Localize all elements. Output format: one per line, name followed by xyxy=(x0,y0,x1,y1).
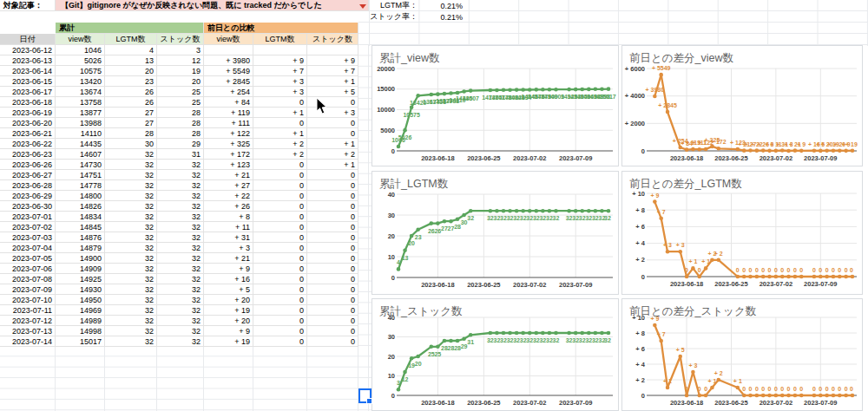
value-cell[interactable]: + 7 xyxy=(307,66,358,76)
value-cell[interactable]: 32 xyxy=(157,160,204,170)
value-cell[interactable]: 32 xyxy=(157,191,204,201)
article-label-cell[interactable]: 対象記事： xyxy=(0,0,56,11)
date-cell[interactable]: 2023-06-22 xyxy=(0,139,56,149)
value-cell[interactable]: 0 xyxy=(307,118,358,128)
value-cell[interactable]: 14969 xyxy=(56,305,105,316)
chart-cumulative-views[interactable]: 200001500010000500002023-06-182023-06-25… xyxy=(372,45,619,166)
date-cell[interactable]: 2023-07-06 xyxy=(0,264,56,274)
date-cell[interactable]: 2023-06-29 xyxy=(0,191,56,201)
date-cell[interactable]: 2023-07-12 xyxy=(0,316,56,326)
value-cell[interactable]: + 84 xyxy=(204,97,253,108)
value-cell[interactable]: 13988 xyxy=(56,118,105,128)
value-cell[interactable]: 0 xyxy=(253,253,307,264)
value-cell[interactable]: 0 xyxy=(307,191,358,201)
sub-header-cell[interactable]: view数 xyxy=(56,34,105,45)
value-cell[interactable]: 14778 xyxy=(56,180,105,191)
value-cell[interactable]: 0 xyxy=(307,212,358,222)
date-cell[interactable]: 2023-07-01 xyxy=(0,212,56,222)
date-cell[interactable]: 2023-07-11 xyxy=(0,305,56,316)
value-cell[interactable]: 15017 xyxy=(56,336,105,347)
value-cell[interactable]: + 16 xyxy=(204,274,253,284)
value-cell[interactable]: 0 xyxy=(253,97,307,108)
date-cell[interactable]: 2023-06-30 xyxy=(0,201,56,212)
date-cell[interactable]: 2023-06-18 xyxy=(0,97,56,108)
date-cell[interactable]: 2023-07-10 xyxy=(0,295,56,305)
date-header-cell[interactable]: 日付 xyxy=(0,34,56,45)
value-cell[interactable]: 32 xyxy=(157,232,204,243)
value-cell[interactable]: 32 xyxy=(105,212,157,222)
value-cell[interactable]: 32 xyxy=(157,336,204,347)
value-cell[interactable]: + 119 xyxy=(204,108,253,118)
value-cell[interactable]: + 5549 xyxy=(204,66,253,76)
value-cell[interactable]: + 21 xyxy=(204,170,253,180)
value-cell[interactable]: + 1 xyxy=(307,160,358,170)
value-cell[interactable]: 0 xyxy=(253,118,307,128)
value-cell[interactable]: 0 xyxy=(253,170,307,180)
chart-cumulative-lgtm[interactable]: 4030201002023-06-182023-06-252023-07-022… xyxy=(372,171,619,295)
date-cell[interactable]: 2023-06-13 xyxy=(0,55,56,66)
value-cell[interactable]: 20 xyxy=(157,76,204,87)
stock-rate-label[interactable]: ストック率： xyxy=(358,11,420,23)
sub-header-cell[interactable]: ストック数 xyxy=(307,34,358,45)
value-cell[interactable]: + 9 xyxy=(204,264,253,274)
value-cell[interactable]: 0 xyxy=(253,326,307,336)
value-cell[interactable]: 28 xyxy=(157,108,204,118)
date-cell[interactable]: 2023-06-19 xyxy=(0,108,56,118)
value-cell[interactable]: 32 xyxy=(157,180,204,191)
value-cell[interactable]: 13 xyxy=(105,55,157,66)
value-cell[interactable]: 32 xyxy=(157,295,204,305)
value-cell[interactable]: + 9 xyxy=(307,55,358,66)
value-cell[interactable]: 27 xyxy=(105,118,157,128)
value-cell[interactable]: 14879 xyxy=(56,243,105,253)
value-cell[interactable]: 14925 xyxy=(56,274,105,284)
value-cell[interactable]: 0 xyxy=(253,212,307,222)
value-cell[interactable]: 27 xyxy=(105,108,157,118)
value-cell[interactable]: 0 xyxy=(307,295,358,305)
value-cell[interactable]: 32 xyxy=(157,326,204,336)
date-cell[interactable]: 2023-07-05 xyxy=(0,253,56,264)
value-cell[interactable]: 32 xyxy=(157,243,204,253)
value-cell[interactable]: 20 xyxy=(105,66,157,76)
value-cell[interactable]: 25 xyxy=(157,97,204,108)
date-cell[interactable]: 2023-07-14 xyxy=(0,336,56,347)
value-cell[interactable]: 0 xyxy=(307,253,358,264)
value-cell[interactable]: + 123 xyxy=(204,160,253,170)
value-cell[interactable] xyxy=(204,45,253,55)
fill-handle[interactable] xyxy=(366,398,372,404)
value-cell[interactable]: 32 xyxy=(105,180,157,191)
value-cell[interactable]: + 111 xyxy=(204,118,253,128)
date-cell[interactable]: 2023-07-04 xyxy=(0,243,56,253)
value-cell[interactable]: 32 xyxy=(105,160,157,170)
value-cell[interactable]: 13758 xyxy=(56,97,105,108)
value-cell[interactable]: 0 xyxy=(253,336,307,347)
lgtm-rate-label[interactable]: LGTM率： xyxy=(358,0,420,11)
value-cell[interactable]: 14751 xyxy=(56,170,105,180)
value-cell[interactable]: 14826 xyxy=(56,201,105,212)
value-cell[interactable]: + 11 xyxy=(204,222,253,232)
band-diff[interactable]: 前日との比較 xyxy=(204,23,358,34)
value-cell[interactable]: + 3 xyxy=(253,87,307,97)
value-cell[interactable]: 26 xyxy=(105,87,157,97)
value-cell[interactable]: 14950 xyxy=(56,295,105,305)
value-cell[interactable]: 32 xyxy=(157,222,204,232)
value-cell[interactable]: 28 xyxy=(105,128,157,139)
value-cell[interactable]: 14989 xyxy=(56,316,105,326)
chart-diff-views[interactable]: + 6000+ 4000+ 200002023-06-182023-06-252… xyxy=(621,45,863,166)
date-cell[interactable]: 2023-06-27 xyxy=(0,170,56,180)
value-cell[interactable]: 0 xyxy=(253,305,307,316)
value-cell[interactable]: 28 xyxy=(157,118,204,128)
value-cell[interactable]: 32 xyxy=(157,201,204,212)
value-cell[interactable]: 0 xyxy=(253,316,307,326)
value-cell[interactable]: 32 xyxy=(105,243,157,253)
article-title-cell[interactable]: 【Git】gitignore がなぜか反映されない問題、既に tracked だ… xyxy=(56,0,369,11)
value-cell[interactable]: + 9 xyxy=(204,326,253,336)
value-cell[interactable]: 0 xyxy=(307,305,358,316)
value-cell[interactable]: 0 xyxy=(307,128,358,139)
chart-diff-lgtm[interactable]: + 10+ 8+ 6+ 4+ 202023-06-182023-06-25202… xyxy=(621,171,863,295)
value-cell[interactable]: 28 xyxy=(157,128,204,139)
chart-diff-stock[interactable]: + 10+ 8+ 6+ 4+ 202023-06-182023-06-25202… xyxy=(621,298,863,411)
value-cell[interactable]: 14800 xyxy=(56,191,105,201)
value-cell[interactable]: 23 xyxy=(105,76,157,87)
sub-header-cell[interactable]: LGTM数 xyxy=(253,34,307,45)
value-cell[interactable]: 1046 xyxy=(56,45,105,55)
